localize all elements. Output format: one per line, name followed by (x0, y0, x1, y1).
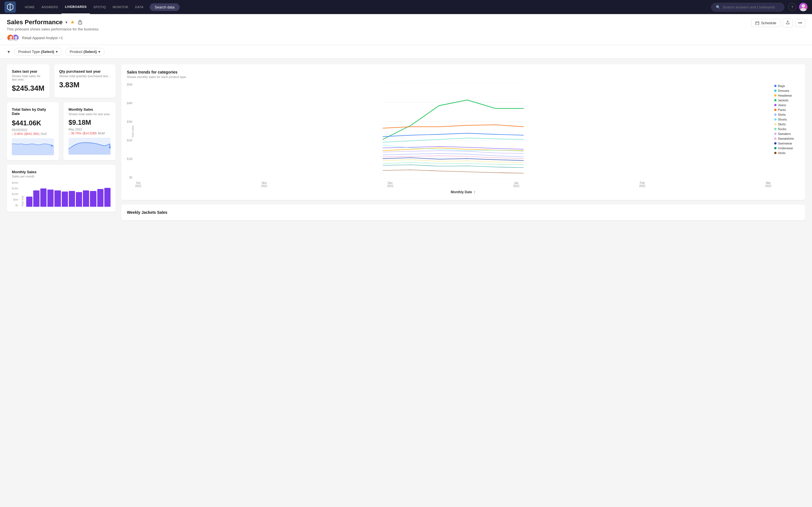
chart-footer: Monthly Date ↑ (127, 190, 800, 194)
product-dropdown-icon: ▾ (98, 50, 100, 54)
title-dropdown-icon[interactable]: ▾ (65, 20, 67, 24)
legend-sweatshirts: Sweatshirts (774, 137, 800, 140)
nav-data[interactable]: DATA (132, 0, 147, 14)
product-type-dropdown-icon: ▾ (56, 50, 58, 54)
search-answers-placeholder: Search answers and Liveboards (723, 5, 775, 9)
svg-point-12 (15, 36, 17, 39)
sales-trends-subtitle: Shows monthly sales for each product typ… (127, 75, 800, 78)
page-subtitle: This pinboard shows sales performance fo… (7, 27, 100, 31)
monthly-sales-subtitle: Shows total sales for last year. (68, 112, 110, 116)
daily-change-pct: ↓ 0.06% (12, 132, 23, 135)
left-column: Sales last year Shows total sales for la… (7, 64, 116, 212)
chart-footer-label: Monthly Date (451, 190, 472, 194)
svg-point-11 (8, 39, 13, 41)
product-type-filter[interactable]: Product Type (Select) ▾ (14, 48, 62, 55)
page-title: Sales Performance (7, 18, 63, 26)
monthly-change-amt: ($14.52M) (83, 131, 97, 135)
legend-headwear: Headwear (774, 94, 800, 97)
share-button[interactable] (783, 18, 793, 27)
bar-4 (47, 189, 54, 207)
help-button[interactable]: ? (788, 3, 796, 11)
svg-point-10 (10, 36, 12, 39)
total-sales-daily-change: ↓ 0.06% ($441.35K) DoD (12, 132, 54, 135)
svg-point-2 (802, 4, 805, 8)
top-nav: HOME ANSWERS LIVEBOARDS SPOTIQ MONITOR D… (0, 0, 812, 14)
sales-trends-card: Sales trends for categories Shows monthl… (121, 64, 805, 200)
monthly-sparkline (68, 138, 110, 155)
nav-home[interactable]: HOME (21, 0, 38, 14)
monthly-sales-date: May 2022 (68, 128, 110, 131)
legend-swimwear: Swimwear (774, 142, 800, 145)
search-data-button[interactable]: Search data (150, 3, 180, 11)
qty-purchased-value: 3.83M (59, 80, 110, 89)
user-avatar[interactable] (799, 3, 808, 11)
product-value: (Select) (84, 50, 97, 54)
daily-change-amt: ($441.35K) (24, 132, 40, 135)
product-label: Product (70, 50, 82, 54)
bar-5 (54, 190, 61, 207)
sort-up-icon[interactable]: ↑ (474, 190, 476, 194)
nav-spotiq[interactable]: SPOTIQ (90, 0, 109, 14)
qty-purchased-subtitle: Shows total quantity purchased last... (59, 74, 110, 78)
svg-rect-6 (756, 22, 759, 25)
chart-legend: Bags Dresses Headwear Jackets Jeans Pant… (774, 83, 800, 187)
filter-icon: ▼ (7, 50, 11, 54)
total-sales-daily-date: 05/20/2022 (12, 128, 54, 131)
logo[interactable] (4, 1, 16, 13)
monthly-sales-change: ↓ 36.76% ($14.52M) MoM (68, 131, 110, 135)
svg-point-5 (80, 22, 80, 23)
monthly-bar-title: Monthly Sales (12, 170, 110, 174)
sales-last-year-value: $245.34M (12, 84, 45, 93)
bar-8 (76, 192, 82, 207)
legend-jackets: Jackets (774, 99, 800, 102)
search-data-label: Search data (155, 5, 174, 9)
bar-10 (90, 191, 96, 207)
monthly-change-pct: ↓ 36.76% (68, 131, 82, 135)
bar-6 (62, 191, 68, 207)
title-lock-icon[interactable] (78, 19, 83, 25)
bar-3 (40, 188, 47, 207)
monthly-sales-title: Monthly Sales (68, 107, 110, 112)
daily-change-label: DoD (41, 132, 47, 135)
total-sales-daily-card: Total Sales by Daily Date $441.06K 05/20… (7, 102, 59, 160)
legend-vests: Vests (774, 151, 800, 155)
monthly-sales-value: $9.18M (68, 119, 110, 126)
monthly-sales-bar-card: Monthly Sales Sales per month $20M $15M … (7, 165, 116, 212)
bar-1 (26, 196, 33, 207)
total-sales-daily-value: $441.06K (12, 119, 54, 127)
monthly-bar-subtitle: Sales per month (12, 175, 110, 178)
daily-sparkline (12, 138, 54, 155)
title-star-icon[interactable]: ★ (70, 19, 75, 25)
legend-shorts: Shorts (774, 118, 800, 121)
sales-last-year-card: Sales last year Shows total sales for la… (7, 64, 50, 98)
bar-12 (104, 188, 110, 207)
product-filter[interactable]: Product (Select) ▾ (65, 48, 105, 55)
sales-trends-title: Sales trends for categories (127, 70, 800, 74)
weekly-jackets-title: Weekly Jackets Sales (127, 210, 800, 215)
nav-monitor[interactable]: MONITOR (109, 0, 132, 14)
nav-answers[interactable]: ANSWERS (38, 0, 61, 14)
bar-9 (83, 190, 89, 207)
legend-bags: Bags (774, 84, 800, 88)
qty-purchased-title: Qty purchased last year (59, 69, 110, 73)
bar-11 (97, 189, 103, 207)
product-type-label: Product Type (18, 50, 40, 54)
more-button[interactable]: ••• (795, 19, 805, 27)
svg-point-13 (13, 39, 18, 41)
product-type-value: (Select) (41, 50, 54, 54)
search-answers-input[interactable]: 🔍 Search answers and Liveboards (711, 3, 784, 11)
right-column: Sales trends for categories Shows monthl… (121, 64, 805, 220)
legend-dresses: Dresses (774, 89, 800, 93)
filters-bar: ▼ Product Type (Select) ▾ Product (Selec… (0, 45, 812, 59)
authors-row: Retail Apparel Analyst +1 (7, 34, 805, 41)
legend-jeans: Jeans (774, 103, 800, 107)
legend-pants: Pants (774, 108, 800, 112)
legend-skirts: Skirts (774, 122, 800, 126)
schedule-button[interactable]: Schedule (751, 19, 780, 27)
qty-purchased-card: Qty purchased last year Shows total quan… (54, 64, 116, 98)
schedule-label: Schedule (761, 21, 776, 25)
monthly-bar-y-label: Total Sale (21, 195, 24, 207)
trends-svg (135, 83, 771, 179)
bar-2 (33, 190, 40, 207)
nav-liveboards[interactable]: LIVEBOARDS (61, 0, 90, 14)
